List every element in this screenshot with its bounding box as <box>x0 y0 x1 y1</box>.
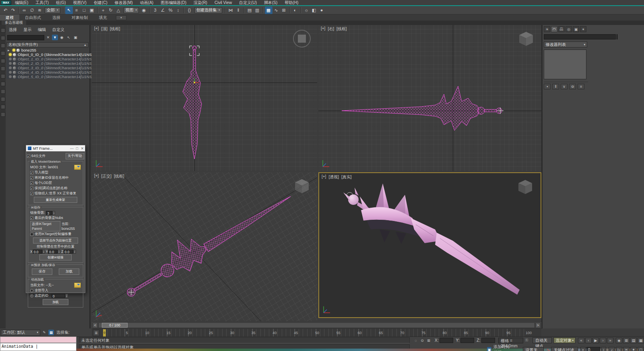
checkbox-64bit[interactable]: ✓ <box>27 155 30 158</box>
dialog-title-bar[interactable]: MT Frame... — □ ✕ <box>26 145 85 151</box>
visibility-bulb-icon[interactable] <box>9 66 12 69</box>
bind-to-space-warp-button[interactable]: ≋ <box>36 6 43 14</box>
radio-row[interactable]: 全部导入 <box>30 288 81 293</box>
select-and-scale-button[interactable]: △ <box>115 6 122 14</box>
viewport-menu-view[interactable]: [顶] <box>101 26 107 32</box>
viewport-right[interactable]: [+] [右] [线框] <box>318 25 541 171</box>
make-unique-icon[interactable]: ∨ <box>561 84 568 89</box>
key-step-button[interactable]: » <box>580 347 586 351</box>
lock-selection-icon[interactable]: ⊙ <box>419 338 425 343</box>
checkbox-row[interactable]: ✓ 将对象ID保留在名称中 <box>30 176 81 180</box>
frame-spinner[interactable]: ↕ <box>601 347 606 351</box>
radio-row[interactable]: 选定的ID 0 ↕ <box>30 293 81 298</box>
ribbon-dropdown-icon[interactable]: ▾ <box>116 15 126 20</box>
viewport-menu-shading[interactable]: [线框] <box>110 26 120 32</box>
redo-button[interactable]: ↷ <box>9 6 17 14</box>
align-button[interactable]: ‖ <box>235 6 242 14</box>
menu-item[interactable]: 动画(A) <box>136 0 157 5</box>
select-by-box-button[interactable]: ▣ <box>72 35 78 40</box>
radio-import-all[interactable] <box>30 289 33 292</box>
list-item[interactable]: Object_5_ID_0 (SkinnedCharacter14[U1NS]) <box>6 74 89 79</box>
viewport-layout-tab-10[interactable] <box>1 97 5 101</box>
go-to-end-button[interactable]: » <box>607 338 613 343</box>
tab-hierarchy[interactable]: 品 <box>558 26 565 32</box>
load-button[interactable]: 加载 <box>59 268 79 275</box>
menu-item[interactable]: 工具(T) <box>32 0 52 5</box>
viewport-menu-shading[interactable]: [线框] <box>114 173 124 179</box>
select-and-move-button[interactable]: ＋ <box>99 6 107 14</box>
percent-snap-button[interactable]: % <box>167 6 174 14</box>
selection-brackets-icon[interactable]: ≍ <box>623 347 630 351</box>
time-slider-handle[interactable]: 0 / 100 <box>102 323 128 328</box>
lock-explorer-button[interactable]: ◉ <box>59 35 65 40</box>
list-item[interactable]: ▶ bone255 <box>6 48 89 52</box>
explorer-menu-item[interactable]: 选择 <box>9 27 17 33</box>
list-item[interactable]: Object_1_ID_0 (SkinnedCharacter14[U1NS]) <box>6 57 89 61</box>
snap-toggle-button[interactable]: 3 <box>151 6 159 14</box>
pick-button[interactable]: ↖ <box>66 35 72 40</box>
folder-icon[interactable] <box>74 165 81 170</box>
play-button[interactable]: ▶ <box>592 338 599 343</box>
visibility-bulb-icon[interactable] <box>9 53 12 56</box>
checkbox[interactable]: ✓ <box>30 192 33 195</box>
unlink-selection-button[interactable]: ∅ <box>28 6 36 14</box>
viewport-menu-shading[interactable]: [线框] <box>336 26 347 32</box>
list-item[interactable]: Object_3_ID_0 (SkinnedCharacter14[U1NS]) <box>6 66 89 70</box>
viewcube[interactable] <box>516 177 535 196</box>
filter-button[interactable]: ▼ <box>52 35 58 40</box>
viewport-layout-tab-5[interactable] <box>1 59 5 63</box>
edit-named-selection-sets-button[interactable]: {} <box>186 6 193 14</box>
spinner-snap-button[interactable]: ↕ <box>174 6 182 14</box>
search-input[interactable] <box>7 35 44 40</box>
z-spinner[interactable]: 0.0 <box>64 250 73 254</box>
id-spinner[interactable]: 0 <box>52 294 65 298</box>
checkbox-offset[interactable] <box>30 233 33 236</box>
spinner-arrows-icon[interactable]: ↕ <box>65 294 68 298</box>
render-setup-button[interactable]: ☼ <box>303 6 310 14</box>
save-button[interactable]: 保存 <box>32 268 52 275</box>
reference-coordinate-dropdown[interactable]: 视图 ▾ <box>124 7 139 13</box>
expand-arrow-icon[interactable]: ▶ <box>8 49 11 52</box>
brush-icon[interactable]: ✎ <box>41 330 47 335</box>
menu-item[interactable]: 自定义(U) <box>235 0 260 5</box>
viewport-orthographic[interactable]: [+] [正交] [线框] <box>92 172 317 321</box>
tab-create[interactable]: ☀ <box>544 26 550 32</box>
menu-item[interactable]: 图形编辑器(D) <box>157 0 190 5</box>
toggle-scene-explorer-button[interactable]: ▦ <box>265 6 272 14</box>
macro-recorder-line[interactable] <box>0 337 76 343</box>
layer-explorer-button[interactable]: ▤ <box>246 6 254 14</box>
y-spinner[interactable]: 0.0 <box>48 250 58 254</box>
checkbox-row[interactable]: ✓ 怪物猎人:世界 XX 正常修复 <box>30 191 81 196</box>
viewport-layout-tab-3[interactable] <box>1 43 5 48</box>
viewcube[interactable] <box>292 176 312 196</box>
track-sets-icon[interactable]: ▦ <box>638 338 644 343</box>
ribbon-tab[interactable]: 自由形式 <box>19 14 47 21</box>
key-mode-toggle-icon[interactable]: ◈ <box>616 338 622 343</box>
menu-item[interactable]: 渲染(R) <box>190 0 211 5</box>
explorer-menu-item[interactable]: 编辑 <box>38 27 46 33</box>
workspace-dropdown[interactable]: 工作区: 默认 ▾ <box>1 330 40 336</box>
track-bar[interactable]: ≣ 51015202530354045505560657075808590951… <box>92 328 541 337</box>
ribbon-tab[interactable]: 填充 <box>93 14 113 21</box>
explorer-sort-header[interactable]: 名称(按升序排序) ▲ <box>6 42 89 47</box>
modifier-list-dropdown[interactable]: 修改器列表 ▾ <box>544 41 587 47</box>
spinner-arrows-icon[interactable]: ↕ <box>42 250 45 254</box>
go-to-start-button[interactable]: « <box>578 338 584 343</box>
current-frame-field[interactable]: 0 <box>586 347 600 351</box>
schematic-view-button[interactable]: ⊞ <box>280 6 288 14</box>
object-color-swatch[interactable] <box>617 34 617 39</box>
checkbox[interactable]: ✓ <box>30 171 33 174</box>
viewcube[interactable] <box>292 29 312 48</box>
ribbon-tab[interactable]: 建模 <box>0 14 19 21</box>
edit-keys-icon[interactable]: ▤ <box>630 338 637 343</box>
auto-key-button[interactable]: 自动关键点 <box>533 337 552 343</box>
time-tag-key-icon[interactable]: ⚿ <box>525 338 529 343</box>
viewport-top[interactable]: [+] [顶] [线框] <box>92 25 317 171</box>
x-spinner[interactable]: 0.0 <box>33 250 42 254</box>
checkbox-row[interactable]: ✓ 每个LOD层 <box>30 181 81 186</box>
chain-bones-spinner[interactable]: 3 <box>46 211 52 215</box>
select-ik-target-button[interactable]: 选择IKTarget Parent <box>30 221 60 231</box>
z-coordinate-field[interactable] <box>481 338 495 343</box>
render-production-button[interactable]: ● <box>318 6 326 14</box>
tab-utilities[interactable]: ✶ <box>580 26 586 32</box>
